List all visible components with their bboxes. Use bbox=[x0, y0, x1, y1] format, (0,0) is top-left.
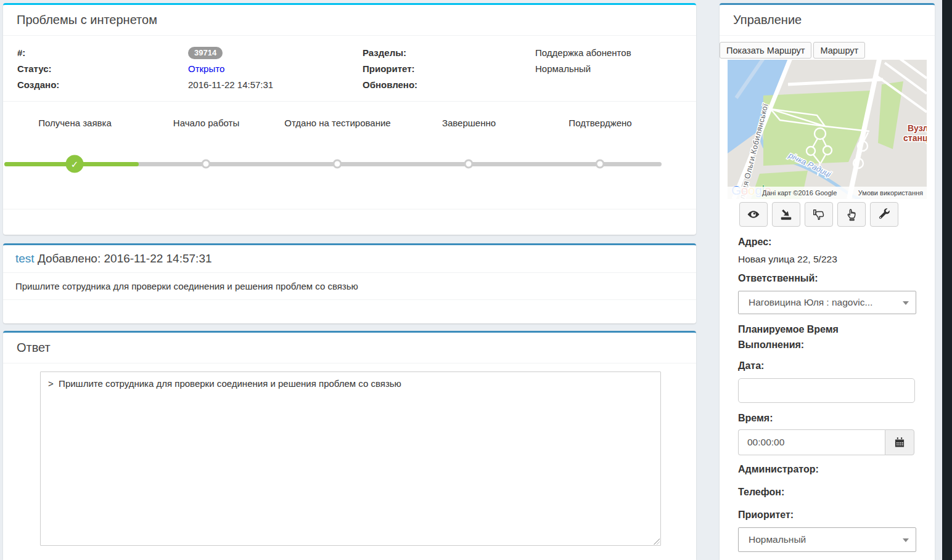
address-value: Новая улица 22, 5/223 bbox=[738, 253, 916, 266]
ticket-info: #: 39714 Разделы: Поддержка абонентов Ст… bbox=[3, 36, 696, 101]
responsible-label: Ответственный: bbox=[738, 270, 916, 286]
planned-time-label: Планируемое Время Выполнения: bbox=[738, 322, 864, 352]
date-label: Дата: bbox=[738, 358, 916, 373]
date-input[interactable] bbox=[738, 378, 915, 403]
chevron-down-icon bbox=[903, 301, 909, 305]
priority-select[interactable]: Нормальный bbox=[738, 527, 916, 552]
step-label-2: Начало работы bbox=[141, 118, 272, 128]
reply-title: Ответ bbox=[17, 341, 683, 355]
hand-up-button[interactable] bbox=[837, 202, 866, 227]
thumbs-down-icon bbox=[812, 208, 826, 221]
check-icon: ✓ bbox=[71, 158, 79, 169]
phone-label: Телефон: bbox=[738, 484, 916, 500]
reply-body: > Пришлите сотрудника для проверки соеди… bbox=[3, 363, 696, 548]
sections-value: Поддержка абонентов bbox=[535, 45, 696, 61]
message-author-link[interactable]: test bbox=[15, 252, 35, 265]
updated-value bbox=[535, 77, 696, 93]
message-panel: test Добавлено: 2016-11-22 14:57:31 Приш… bbox=[3, 243, 696, 323]
eye-icon bbox=[747, 208, 760, 221]
route-button[interactable]: Маршрут bbox=[813, 42, 865, 59]
updated-label: Обновлено: bbox=[363, 77, 535, 93]
step-labels: Получена заявка Начало работы Отдано на … bbox=[3, 102, 696, 128]
google-map[interactable]: вулиця Ольги Кобилянської річка Радиці В… bbox=[728, 60, 927, 199]
message-body: Пришлите сотрудника для проверки соедине… bbox=[3, 273, 696, 300]
control-panel-header: Управление bbox=[720, 5, 935, 36]
message-header: test Добавлено: 2016-11-22 14:57:31 bbox=[3, 245, 696, 273]
eye-button[interactable] bbox=[739, 202, 768, 227]
ticket-id-label: #: bbox=[17, 45, 188, 61]
map-station-label-1: Вузлова bbox=[908, 123, 927, 133]
ticket-panel-header: Проблемы с интернетом bbox=[3, 5, 696, 36]
responsible-select[interactable]: Наговицина Юля : nagovic... bbox=[738, 291, 916, 314]
address-label: Адрес: bbox=[738, 234, 916, 250]
sections-label: Разделы: bbox=[363, 45, 535, 61]
created-value: 2016-11-22 14:57:31 bbox=[188, 77, 363, 93]
map-attribution: Дані карт ©2016 Google Умови використанн… bbox=[728, 187, 927, 199]
map-toolbar bbox=[739, 202, 935, 227]
time-input[interactable] bbox=[738, 429, 885, 455]
sign-in-icon bbox=[779, 208, 793, 221]
progress-steps: Получена заявка Начало работы Отдано на … bbox=[3, 101, 696, 209]
route-buttons: Показать Маршрут Маршрут bbox=[720, 42, 935, 59]
calendar-button[interactable] bbox=[885, 429, 914, 455]
priority-value: Нормальный bbox=[535, 61, 696, 77]
page-title: Проблемы с интернетом bbox=[17, 13, 683, 27]
map-image: вулиця Ольги Кобилянської річка Радиці В… bbox=[728, 60, 927, 199]
status-label: Статус: bbox=[17, 61, 188, 77]
step-dot-4 bbox=[464, 160, 474, 169]
chevron-down-icon bbox=[903, 538, 909, 542]
thumbs-down-button[interactable] bbox=[805, 202, 833, 227]
status-cell: Открыто bbox=[188, 61, 363, 77]
status-link[interactable]: Открыто bbox=[188, 63, 224, 74]
time-label: Время: bbox=[738, 410, 916, 426]
map-attribution-text: Дані карт ©2016 Google bbox=[762, 189, 837, 197]
wrench-button[interactable] bbox=[870, 202, 898, 227]
calendar-icon bbox=[893, 436, 906, 448]
time-input-group bbox=[738, 429, 916, 455]
ticket-id-badge: 39714 bbox=[188, 47, 223, 59]
responsible-selected-value: Наговицина Юля : nagovic... bbox=[749, 297, 872, 308]
ticket-id-cell: 39714 bbox=[188, 45, 363, 61]
priority-label: Приоритет: bbox=[363, 61, 535, 77]
control-form: Адрес: Новая улица 22, 5/223 Ответственн… bbox=[738, 234, 916, 560]
priority-selected-value: Нормальный bbox=[749, 534, 806, 545]
control-panel: Управление Показать Маршрут Маршрут bbox=[720, 3, 935, 560]
map-terms-link[interactable]: Умови використання bbox=[858, 189, 923, 197]
reply-panel: Ответ > Пришлите сотрудника для проверки… bbox=[3, 331, 696, 560]
step-label-1: Получена заявка bbox=[9, 118, 141, 128]
step-label-5: Подтверджено bbox=[535, 118, 666, 128]
map-station-label-2: станція bbox=[903, 133, 927, 143]
right-dark-strip bbox=[942, 0, 952, 560]
message-added-text: Добавлено: 2016-11-22 14:57:31 bbox=[38, 252, 212, 265]
step-dot-done: ✓ bbox=[66, 155, 84, 173]
reply-panel-header: Ответ bbox=[3, 333, 696, 363]
step-label-3: Отдано на тестирование bbox=[272, 118, 403, 128]
step-dot-2 bbox=[202, 160, 211, 169]
show-route-button[interactable]: Показать Маршрут bbox=[720, 42, 811, 59]
created-label: Создано: bbox=[17, 77, 188, 93]
sign-in-button[interactable] bbox=[772, 202, 800, 227]
priority-field-label: Приоритет: bbox=[738, 507, 916, 522]
step-dot-5 bbox=[596, 160, 605, 169]
wrench-icon bbox=[877, 208, 891, 221]
step-dot-3 bbox=[333, 160, 342, 169]
reply-textarea[interactable]: > Пришлите сотрудника для проверки соеди… bbox=[40, 371, 661, 546]
control-title: Управление bbox=[733, 13, 921, 27]
step-label-4: Завершенно bbox=[403, 118, 535, 128]
hand-up-icon bbox=[845, 208, 858, 221]
ticket-panel: Проблемы с интернетом #: 39714 Разделы: … bbox=[3, 3, 696, 235]
admin-label: Администратор: bbox=[738, 461, 916, 477]
